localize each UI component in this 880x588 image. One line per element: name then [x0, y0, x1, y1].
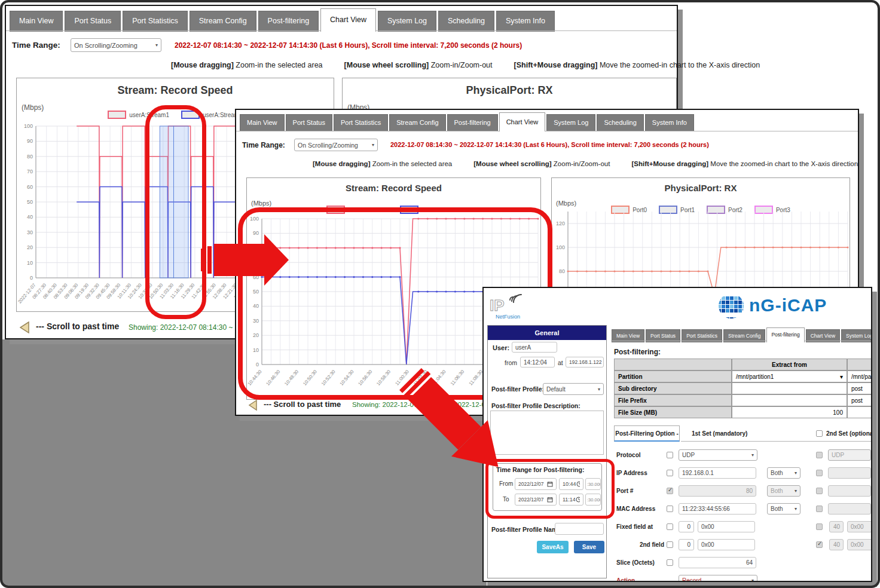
tab-system-log[interactable]: System Log [378, 11, 436, 32]
scroll-past-label[interactable]: --- Scroll to past time [264, 400, 341, 409]
table-cell2-partition[interactable]: /mnt/part [847, 370, 872, 382]
checkbox-port-[interactable] [667, 488, 673, 494]
checkbox-2nd-field[interactable] [667, 541, 673, 548]
tab-port-statistics[interactable]: Port Statistics [334, 114, 388, 131]
time-range-text: 2022-12-07 08:14:30 ~ 2022-12-07 14:14:3… [175, 41, 522, 50]
input-ip-address[interactable]: 192.168.0.1 [679, 467, 756, 479]
ngicap-brand: nG-iCAP [749, 295, 827, 316]
tab-chart-view[interactable]: Chart View [320, 8, 376, 32]
tab-stream-config[interactable]: Stream Config [190, 11, 256, 32]
tab-divider [611, 341, 871, 341]
input-slice-octets-[interactable]: 64 [679, 557, 756, 568]
tab-system-info[interactable]: System Info [645, 114, 694, 131]
input2-mac-address[interactable] [828, 503, 871, 514]
input2-port-[interactable] [828, 485, 871, 497]
table-cell-partition[interactable]: /mnt/partition1▾ [732, 370, 847, 382]
ip-netfusion-logo: IP NetFusion [488, 293, 554, 323]
input2-protocol[interactable]: UDP [828, 449, 871, 461]
field-label-ip-address: IP Address [616, 470, 664, 476]
checkbox2-fixed-field-at[interactable] [816, 523, 823, 530]
tab-main-view[interactable]: Main View [240, 114, 285, 131]
set2-checkbox[interactable] [816, 430, 823, 437]
chevron-down-icon: ▾ [372, 142, 374, 148]
table-cell2-sub-directory[interactable]: post [847, 382, 872, 394]
tab-main-view[interactable]: Main View [10, 11, 63, 32]
tab-post-filtering[interactable]: Post-filtering [447, 114, 498, 131]
select-action[interactable]: Record▾ [679, 575, 757, 582]
checkbox-slice-octets-[interactable] [667, 559, 673, 566]
checkbox2-2nd-field[interactable] [816, 541, 823, 548]
offset-field-2[interactable]: 40 [829, 539, 844, 550]
time-range-select[interactable]: On Scrolling/Zooming▾ [71, 38, 161, 52]
tab-scheduling[interactable]: Scheduling [438, 11, 494, 32]
svg-text:10:52:30: 10:52:30 [320, 369, 337, 387]
from-seconds-field[interactable]: :30.000 [585, 478, 601, 490]
hex-field[interactable]: 0x00 [698, 539, 755, 550]
svg-text:10:56:30: 10:56:30 [357, 369, 373, 387]
scroll-left-icon[interactable] [19, 321, 30, 334]
hex-field-2[interactable]: 0x00 [847, 521, 872, 532]
tab-scheduling[interactable]: Scheduling [597, 114, 643, 131]
input2-ip-address[interactable] [828, 467, 871, 479]
post-filtering-option-tab[interactable]: Post-Filtering Option - [614, 425, 680, 442]
login-ip-field[interactable]: 192.168.1.122 [566, 357, 604, 368]
hex-field-2[interactable]: 0x00 [847, 539, 872, 550]
zoom-arrow-right-icon [197, 234, 293, 289]
tab-chart-view[interactable]: Chart View [499, 112, 546, 131]
user-label: User: [493, 344, 509, 351]
save-button[interactable]: Save [574, 541, 604, 553]
to-seconds-field[interactable]: :30.000 [585, 494, 601, 506]
calendar-icon [547, 497, 553, 503]
set1-label: 1st Set (mandatory) [692, 430, 747, 437]
chevron-down-icon: ▾ [840, 373, 843, 380]
direction-select[interactable]: Both▾ [767, 503, 800, 514]
saveas-button[interactable]: SaveAs [537, 541, 569, 553]
hex-field[interactable]: 0x00 [698, 521, 755, 532]
checkbox-protocol[interactable] [667, 452, 673, 458]
time-range-text: 2022-12-07 08:14:30 ~ 2022-12-07 14:14:3… [390, 141, 709, 148]
tab-post-filtering[interactable]: Post-filtering [766, 327, 804, 342]
svg-text:80: 80 [559, 268, 565, 274]
direction-select[interactable]: Both▾ [767, 485, 800, 497]
scroll-past-label[interactable]: --- Scroll to past time [36, 321, 119, 331]
tab-system-log[interactable]: System Log [546, 114, 595, 131]
field-label-mac-address: MAC Address [616, 506, 664, 512]
checkbox2-mac-address[interactable] [816, 506, 823, 512]
help-item: [Shift+Mouse dragging] Move the zoomed-i… [631, 160, 858, 167]
tab-stream-config[interactable]: Stream Config [389, 114, 445, 131]
input-mac-address[interactable]: 11:22:33:44:55:66 [679, 503, 756, 514]
time-range-select[interactable]: On Scrolling/Zooming▾ [294, 139, 378, 151]
tab-port-status[interactable]: Port Status [286, 114, 332, 131]
user-field[interactable]: userA [512, 342, 557, 353]
checkbox-mac-address[interactable] [667, 506, 673, 512]
table-cell-file-size-mb-[interactable]: 100 [732, 406, 847, 418]
tab-system-info[interactable]: System Info [496, 11, 555, 32]
offset-field-2[interactable]: 40 [829, 521, 844, 532]
input-port-[interactable]: 80 [679, 485, 756, 497]
select-protocol[interactable]: UDP▾ [679, 449, 757, 461]
tab-post-filtering[interactable]: Post-filtering [258, 11, 319, 32]
table-cell-file-prefix[interactable] [732, 394, 847, 406]
offset-field[interactable]: 0 [679, 521, 694, 532]
tab-port-status[interactable]: Port Status [65, 11, 121, 32]
checkbox2-protocol[interactable] [816, 452, 823, 458]
table-cell-sub-directory[interactable] [732, 382, 847, 394]
scroll-left-icon[interactable] [248, 399, 258, 411]
chart-help-text: [Mouse dragging] Zoom-in the selected ar… [313, 160, 879, 167]
profile-name-field[interactable] [555, 523, 604, 535]
checkbox-fixed-field-at[interactable] [667, 523, 673, 530]
offset-field[interactable]: 0 [679, 539, 694, 550]
profile-select[interactable]: Default▾ [543, 383, 604, 395]
svg-text:10:44:30: 10:44:30 [247, 369, 263, 387]
checkbox2-ip-address[interactable] [816, 470, 823, 476]
checkbox2-port-[interactable] [816, 488, 823, 494]
table-cell2-file-prefix[interactable]: post [847, 394, 872, 406]
direction-select[interactable]: Both▾ [767, 467, 800, 479]
from-time-field[interactable]: 10:44 [559, 478, 583, 490]
to-time-field[interactable]: 11:14 [559, 494, 583, 506]
tab-port-statistics[interactable]: Port Statistics [123, 11, 187, 32]
table-cell2-file-size-mb-[interactable] [847, 406, 872, 418]
set2-label: 2nd Set (optional) [826, 430, 872, 437]
checkbox-ip-address[interactable] [667, 470, 673, 476]
netfusion-label: NetFusion [496, 314, 520, 320]
